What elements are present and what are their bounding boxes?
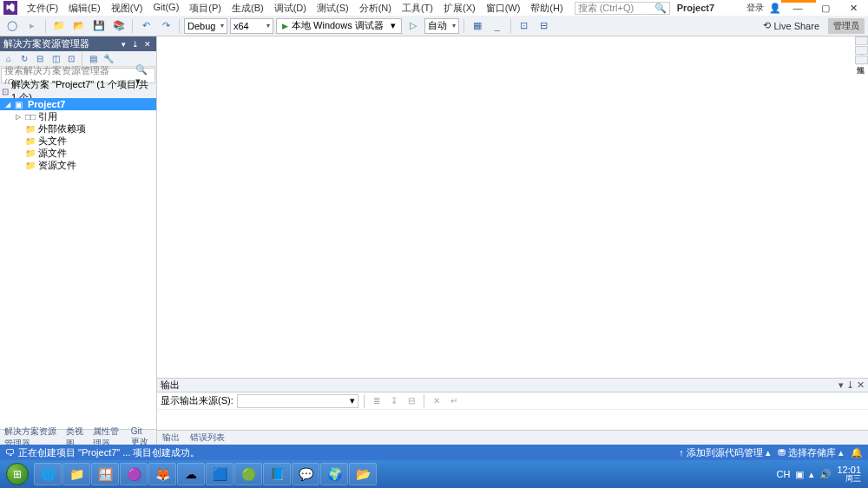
menu-view[interactable]: 视图(V) [107, 0, 148, 16]
menu-tools[interactable]: 工具(T) [398, 0, 437, 16]
menu-edit[interactable]: 编辑(E) [64, 0, 105, 16]
ime-indicator[interactable]: CH [777, 469, 791, 479]
solution-tree: ◢ ▣ Project7 ▷ □□ 引用 📁 外部依赖项 📁 头文件 [0, 98, 156, 429]
taskbar-app4[interactable]: ☁ [177, 463, 205, 485]
taskbar-app9[interactable]: 🌍 [320, 463, 348, 485]
expand-icon[interactable]: ▷ [16, 113, 23, 121]
start-button[interactable] [2, 462, 33, 486]
notifications-icon[interactable]: 🔔 [851, 447, 863, 458]
references-node[interactable]: ▷ □□ 引用 [0, 110, 156, 122]
taskbar-app8[interactable]: 💬 [292, 463, 319, 485]
panel-close-icon[interactable]: ✕ [142, 39, 153, 49]
maximize-button[interactable]: ▢ [814, 1, 837, 15]
liveshare-button[interactable]: ⟲Live Share [758, 18, 825, 33]
panel-dropdown-icon[interactable]: ▾ [118, 39, 128, 49]
tab-toolbox[interactable]: 工具箱 [855, 46, 868, 55]
tab-error-list[interactable]: 错误列表 [185, 431, 230, 445]
save-all-button[interactable]: 📚 [110, 18, 128, 34]
resources-node[interactable]: 📁 资源文件 [0, 159, 156, 171]
bottom-tabs: 输出 错误列表 [157, 430, 868, 445]
platform-dropdown[interactable]: x64▾ [230, 18, 273, 34]
solution-root[interactable]: ⊡ 解决方案 "Project7" (1 个项目/共 1 个) [0, 84, 156, 98]
se-btn7[interactable]: 🔧 [102, 53, 115, 65]
login-link[interactable]: 登录 [746, 2, 764, 14]
taskbar-app2[interactable]: 🟣 [120, 463, 148, 485]
icon-btn-2[interactable]: _ [489, 18, 506, 34]
auto-dropdown[interactable]: 自动▾ [424, 18, 459, 34]
solution-explorer-header: 解决方案资源管理器 ▾ ⤓ ✕ [0, 36, 156, 51]
menu-window[interactable]: 窗口(W) [482, 0, 525, 16]
output-btn2[interactable]: ↧ [387, 394, 401, 408]
project-icon: ▣ [15, 100, 25, 109]
output-btn3[interactable]: ⊟ [404, 394, 418, 408]
menu-analyze[interactable]: 分析(N) [355, 0, 396, 16]
menu-git[interactable]: Git(G) [148, 0, 183, 16]
output-wrap-button[interactable]: ↵ [447, 394, 461, 408]
select-repo[interactable]: ⛃ 选择存储库 ▴ [778, 446, 844, 459]
menu-help[interactable]: 帮助(H) [526, 0, 567, 16]
output-clear-button[interactable]: ✕ [430, 394, 444, 408]
windows-taskbar: 🌐 📁 🪟 🟣 🦊 ☁ 🟦 🟢 📘 💬 🌍 📂 CH ▣ ▴ 🔊 12:01 周… [0, 460, 868, 488]
output-panel: 输出 ▾ ⤓ ✕ 显示输出来源(S): ▾ ≣ ↧ ⊟ ✕ ↵ [157, 378, 868, 430]
se-btn6[interactable]: ▤ [86, 53, 100, 65]
open-button[interactable]: 📂 [70, 18, 88, 34]
start-orb-icon [6, 463, 29, 485]
panel-pin-icon[interactable]: ⤓ [130, 39, 141, 49]
tray-icon-1[interactable]: ▣ [795, 469, 804, 480]
play-icon: ▶ [282, 22, 288, 30]
icon-btn-3[interactable]: ⊡ [516, 18, 533, 34]
menu-file[interactable]: 文件(F) [23, 0, 62, 16]
start-debug-button[interactable]: ▶本地 Windows 调试器▾ [276, 18, 402, 34]
tray-expand-icon[interactable]: ▴ [809, 469, 814, 480]
se-btn5[interactable]: ⊡ [64, 53, 78, 65]
headers-node[interactable]: 📁 头文件 [0, 135, 156, 147]
nav-fwd-button[interactable]: ▸ [23, 18, 41, 34]
icon-btn-4[interactable]: ⊟ [536, 18, 553, 34]
external-deps-node[interactable]: 📁 外部依赖项 [0, 122, 156, 135]
redo-button[interactable]: ↷ [157, 18, 174, 34]
output-close-icon[interactable]: ✕ [857, 379, 865, 391]
minimize-button[interactable]: — [786, 1, 809, 15]
tab-output[interactable]: 输出 [157, 431, 185, 445]
admin-badge: 管理员 [828, 18, 865, 34]
sources-node[interactable]: 📁 源文件 [0, 147, 156, 159]
collapse-icon[interactable]: ◢ [5, 101, 12, 109]
se-btn4[interactable]: ◫ [49, 53, 62, 65]
se-sync-icon[interactable]: ↻ [17, 53, 31, 65]
start-nodebug-button[interactable]: ▷ [404, 18, 422, 34]
taskbar-app10[interactable]: 📂 [349, 463, 377, 485]
undo-button[interactable]: ↶ [137, 18, 155, 34]
menu-extensions[interactable]: 扩展(X) [439, 0, 480, 16]
taskbar-app7[interactable]: 📘 [263, 463, 291, 485]
output-dropdown-icon[interactable]: ▾ [838, 379, 844, 391]
taskbar-app1[interactable]: 🪟 [91, 463, 119, 485]
taskbar-explorer[interactable]: 📁 [62, 463, 90, 485]
nav-back-button[interactable]: ◯ [3, 18, 21, 34]
new-project-button[interactable]: 📁 [50, 18, 68, 34]
tab-server-explorer[interactable]: 服务器资源管理器 [855, 36, 868, 45]
taskbar-app3[interactable]: 🦊 [148, 463, 176, 485]
tray-clock[interactable]: 12:01 周三 [837, 465, 861, 483]
global-search-input[interactable]: 搜索 (Ctrl+Q) 🔍 [575, 2, 670, 15]
taskbar-app6[interactable]: 🟢 [234, 463, 262, 485]
menu-build[interactable]: 生成(B) [227, 0, 268, 16]
se-btn3[interactable]: ⊟ [33, 53, 47, 65]
close-button[interactable]: ✕ [842, 1, 865, 15]
project-node[interactable]: ◢ ▣ Project7 [0, 98, 156, 110]
add-source-control[interactable]: ↑ 添加到源代码管理 ▴ [679, 446, 771, 459]
taskbar-ie[interactable]: 🌐 [34, 463, 62, 485]
se-home-icon[interactable]: ⌂ [2, 53, 16, 65]
taskbar-app5[interactable]: 🟦 [206, 463, 233, 485]
person-icon[interactable]: 👤 [769, 3, 781, 14]
menu-test[interactable]: 测试(S) [312, 0, 353, 16]
output-btn1[interactable]: ≣ [370, 394, 384, 408]
menu-debug[interactable]: 调试(D) [270, 0, 311, 16]
menu-project[interactable]: 项目(P) [185, 0, 226, 16]
save-button[interactable]: 💾 [90, 18, 108, 34]
tray-volume-icon[interactable]: 🔊 [819, 469, 832, 480]
config-dropdown[interactable]: Debug▾ [184, 18, 227, 34]
icon-btn-1[interactable]: ▦ [469, 18, 486, 34]
tab-properties[interactable]: 属性 [855, 56, 868, 64]
output-source-dropdown[interactable]: ▾ [237, 394, 358, 408]
output-pin-icon[interactable]: ⤓ [846, 379, 854, 391]
